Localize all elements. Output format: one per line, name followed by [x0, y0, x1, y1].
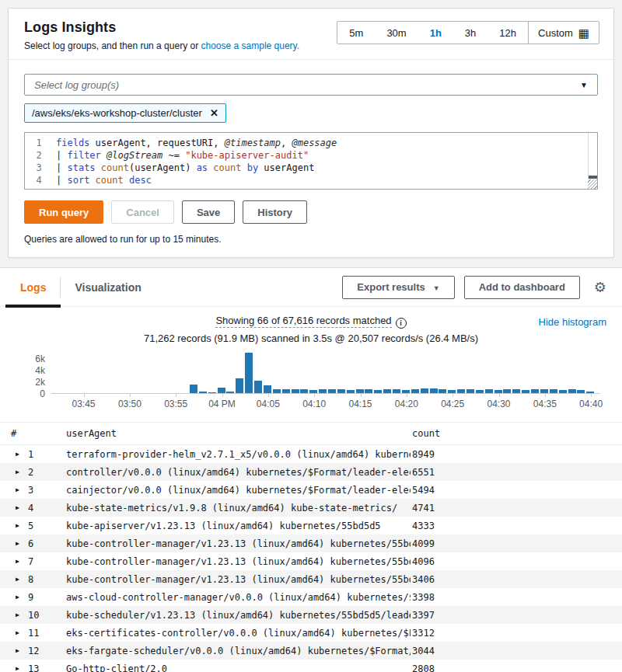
expand-row-icon[interactable]: ▶	[16, 647, 28, 654]
tab-logs[interactable]: Logs	[12, 268, 54, 306]
expand-row-icon[interactable]: ▶	[16, 451, 28, 458]
time-range-selector: 5m30m1h3h12h Custom ▦	[337, 21, 599, 44]
row-index: 7	[28, 556, 66, 567]
histogram-header: Showing 66 of 67,616 records matchedi 71…	[16, 315, 606, 344]
query-editor[interactable]: 1234 fields userAgent, requestURI, @time…	[24, 132, 598, 190]
table-row[interactable]: ▶1terraform-provider-helm_v2.7.1_x5/v0.0…	[0, 445, 622, 463]
x-axis-label: 04:10	[302, 399, 326, 409]
x-axis-label: 03:45	[72, 399, 95, 409]
run-query-button[interactable]: Run query	[24, 200, 103, 224]
query-line: | stats count(userAgent) as count by use…	[56, 162, 586, 174]
export-results-button[interactable]: Export results▼	[342, 276, 454, 299]
header-text: Logs Insights Select log groups, and the…	[24, 19, 299, 51]
scrollbar-thumb[interactable]	[589, 176, 597, 179]
expand-row-icon[interactable]: ▶	[16, 594, 28, 601]
query-token: count	[101, 162, 129, 173]
table-row[interactable]: ▶11eks-certificates-controller/v0.0.0 (l…	[0, 624, 622, 642]
expand-row-icon[interactable]: ▶	[16, 611, 28, 618]
table-row[interactable]: ▶13Go-http-client/2.02808	[0, 660, 622, 672]
time-range-5m[interactable]: 5m	[337, 27, 375, 39]
expand-row-icon[interactable]: ▶	[16, 486, 28, 493]
expand-row-icon[interactable]: ▶	[16, 540, 28, 547]
history-button[interactable]: History	[243, 200, 307, 224]
expand-row-icon[interactable]: ▶	[16, 665, 28, 672]
histogram-bar	[347, 390, 355, 394]
gear-icon[interactable]: ⚙	[594, 280, 606, 294]
time-range-12h[interactable]: 12h	[487, 27, 528, 39]
table-row[interactable]: ▶2controller/v0.0.0 (linux/amd64) kubern…	[0, 463, 622, 481]
row-useragent: eks-certificates-controller/v0.0.0 (linu…	[66, 628, 411, 639]
query-token: filter	[67, 150, 107, 161]
table-row[interactable]: ▶6kube-controller-manager/v1.23.13 (linu…	[0, 534, 622, 552]
table-row[interactable]: ▶4kube-state-metrics/v1.9.8 (linux/amd64…	[0, 499, 622, 517]
x-axis-tick	[453, 394, 453, 397]
row-count: 8949	[411, 449, 622, 460]
panel-header: Logs Insights Select log groups, and the…	[9, 9, 613, 59]
histogram-bar	[494, 390, 502, 394]
x-axis-label: 04:30	[487, 399, 510, 409]
tab-visualization[interactable]: Visualization	[67, 268, 149, 306]
x-axis-label: 04:05	[257, 399, 280, 409]
expand-row-icon[interactable]: ▶	[16, 576, 28, 583]
histogram-bar	[365, 389, 372, 393]
time-range-1h[interactable]: 1h	[418, 27, 453, 39]
log-group-token: /aws/eks/eks-workshop-cluster/cluster ✕	[24, 103, 226, 123]
row-count: 5494	[411, 485, 622, 496]
query-code[interactable]: fields userAgent, requestURI, @timestamp…	[53, 133, 597, 189]
table-row[interactable]: ▶12eks-fargate-scheduler/v0.0.0 (linux/a…	[0, 642, 622, 660]
page-title: Logs Insights	[24, 19, 299, 36]
histogram-bar	[236, 378, 243, 393]
hide-histogram-link[interactable]: Hide histogram	[539, 316, 606, 328]
row-count: 3397	[411, 610, 622, 621]
table-row[interactable]: ▶8kube-controller-manager/v1.23.13 (linu…	[0, 570, 622, 588]
histogram-bar	[503, 389, 511, 393]
expand-row-icon[interactable]: ▶	[16, 629, 28, 636]
expand-row-icon[interactable]: ▶	[16, 504, 28, 511]
histogram-bar	[264, 385, 271, 393]
table-row[interactable]: ▶5kube-apiserver/v1.23.13 (linux/amd64) …	[0, 517, 622, 534]
table-row[interactable]: ▶10kube-scheduler/v1.23.13 (linux/amd64)…	[0, 606, 622, 624]
x-axis-tick	[361, 394, 362, 397]
table-body: ▶1terraform-provider-helm_v2.7.1_x5/v0.0…	[0, 445, 622, 672]
results-table: # userAgent count ▶1terraform-provider-h…	[0, 422, 622, 672]
histogram-plot[interactable]	[51, 350, 600, 394]
column-header-index: #	[0, 428, 66, 439]
histogram-bar	[512, 389, 520, 393]
add-to-dashboard-button[interactable]: Add to dashboard	[464, 276, 580, 299]
table-row[interactable]: ▶3cainjector/v0.0.0 (linux/amd64) kubern…	[0, 481, 622, 499]
histogram-bar	[383, 389, 391, 393]
row-index: 11	[28, 628, 66, 639]
expand-row-icon[interactable]: ▶	[16, 522, 28, 529]
x-axis-tick	[314, 394, 315, 397]
table-row[interactable]: ▶7kube-controller-manager/v1.23.13 (linu…	[0, 552, 622, 570]
histogram-bar	[457, 389, 465, 393]
row-count: 3312	[411, 628, 622, 639]
x-axis-tick	[407, 394, 407, 397]
save-button[interactable]: Save	[182, 200, 235, 224]
histogram-bar	[245, 353, 253, 393]
histogram-bar	[374, 390, 382, 394]
row-useragent: kube-apiserver/v1.23.13 (linux/amd64) ku…	[66, 521, 411, 531]
table-row[interactable]: ▶9aws-cloud-controller-manager/v0.0.0 (l…	[0, 588, 622, 606]
expand-row-icon[interactable]: ▶	[16, 558, 28, 565]
close-icon[interactable]: ✕	[210, 108, 218, 118]
scan-stats-text: 71,262 records (91.9 MB) scanned in 3.5s…	[16, 333, 606, 344]
histogram-bar	[439, 389, 446, 393]
expand-row-icon[interactable]: ▶	[16, 468, 28, 475]
y-axis-label: 4k	[17, 365, 45, 376]
time-range-30m[interactable]: 30m	[375, 27, 418, 39]
time-range-3h[interactable]: 3h	[453, 27, 487, 39]
sample-query-link[interactable]: choose a sample query.	[201, 40, 300, 51]
x-axis-tick	[591, 394, 592, 397]
histogram-bar	[540, 389, 548, 393]
log-group-select[interactable]: Select log group(s) ▼	[24, 74, 598, 96]
query-token: "kube-apiserver-audit"	[185, 150, 309, 161]
row-useragent: aws-cloud-controller-manager/v0.0.0 (lin…	[66, 592, 411, 603]
info-icon[interactable]: i	[396, 318, 407, 329]
row-index: 4	[28, 503, 66, 514]
log-group-placeholder: Select log group(s)	[34, 79, 119, 91]
x-axis-tick	[268, 394, 269, 397]
resize-grip-icon[interactable]	[588, 179, 597, 189]
time-range-custom[interactable]: Custom ▦	[528, 22, 599, 44]
y-axis-label: 2k	[17, 377, 45, 388]
